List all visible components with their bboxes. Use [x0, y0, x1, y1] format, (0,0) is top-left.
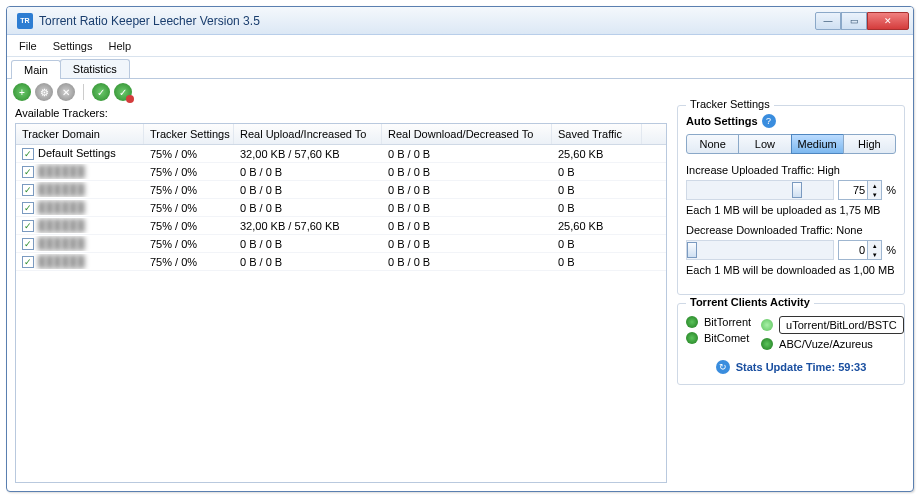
cell-settings: 75% / 0% — [144, 219, 234, 233]
app-window: TR Torrent Ratio Keeper Leecher Version … — [6, 6, 914, 492]
cell-saved: 0 B — [552, 183, 642, 197]
cell-settings: 75% / 0% — [144, 183, 234, 197]
upload-value[interactable] — [839, 181, 867, 199]
table-row[interactable]: ✓██████75% / 0%0 B / 0 B0 B / 0 B0 B — [16, 235, 666, 253]
upload-note: Each 1 MB will be uploaded as 1,75 MB — [686, 204, 896, 216]
help-icon[interactable]: ? — [762, 114, 776, 128]
cell-upload: 0 B / 0 B — [234, 183, 382, 197]
table-row[interactable]: ✓██████75% / 0%0 B / 0 B0 B / 0 B0 B — [16, 163, 666, 181]
minimize-button[interactable]: — — [815, 12, 841, 30]
auto-settings-row: Auto Settings ? — [686, 114, 896, 128]
gear-icon[interactable]: ⚙ — [35, 83, 53, 101]
maximize-button[interactable]: ▭ — [841, 12, 867, 30]
apply-icon[interactable]: ✓ — [92, 83, 110, 101]
menu-settings[interactable]: Settings — [45, 38, 101, 54]
down-arrow-icon[interactable]: ▼ — [867, 250, 881, 259]
download-spinner[interactable]: ▲▼ — [838, 240, 882, 260]
apply-error-icon[interactable]: ✓ — [114, 83, 132, 101]
up-arrow-icon[interactable]: ▲ — [867, 181, 881, 190]
level-segmented: None Low Medium High — [686, 134, 896, 154]
col-upload[interactable]: Real Upload/Increased To — [234, 124, 382, 144]
table-header: Tracker Domain Tracker Settings Real Upl… — [16, 124, 666, 145]
cell-upload: 32,00 KB / 57,60 KB — [234, 147, 382, 161]
upload-slider[interactable] — [686, 180, 834, 200]
cell-settings: 75% / 0% — [144, 255, 234, 269]
level-low[interactable]: Low — [738, 134, 791, 154]
cell-settings: 75% / 0% — [144, 147, 234, 161]
upload-spinner[interactable]: ▲▼ — [838, 180, 882, 200]
upload-label: Increase Uploaded Traffic: High — [686, 164, 896, 176]
cell-upload: 0 B / 0 B — [234, 255, 382, 269]
tab-main[interactable]: Main — [11, 60, 61, 79]
upload-slider-row: ▲▼ % — [686, 180, 896, 200]
down-arrow-icon[interactable]: ▼ — [867, 190, 881, 199]
cell-upload: 0 B / 0 B — [234, 165, 382, 179]
cell-saved: 25,60 KB — [552, 219, 642, 233]
tab-statistics[interactable]: Statistics — [60, 59, 130, 78]
col-download[interactable]: Real Download/Decreased To — [382, 124, 552, 144]
cell-saved: 0 B — [552, 201, 642, 215]
checkbox[interactable]: ✓ — [22, 238, 34, 250]
trackers-label: Available Trackers: — [15, 105, 667, 123]
cell-saved: 0 B — [552, 165, 642, 179]
table-row[interactable]: ✓██████75% / 0%0 B / 0 B0 B / 0 B0 B — [16, 199, 666, 217]
menu-file[interactable]: File — [11, 38, 45, 54]
cell-saved: 0 B — [552, 255, 642, 269]
client-utorrent: uTorrent/BitLord/BSTC — [761, 316, 904, 334]
download-slider-row: ▲▼ % — [686, 240, 896, 260]
level-none[interactable]: None — [686, 134, 739, 154]
checkbox[interactable]: ✓ — [22, 184, 34, 196]
col-domain[interactable]: Tracker Domain — [16, 124, 144, 144]
titlebar: TR Torrent Ratio Keeper Leecher Version … — [7, 7, 913, 35]
client-bitcomet: BitComet — [686, 332, 751, 344]
toolbar-divider — [83, 84, 84, 100]
cell-upload: 0 B / 0 B — [234, 237, 382, 251]
col-saved[interactable]: Saved Traffic — [552, 124, 642, 144]
app-icon: TR — [17, 13, 33, 29]
cell-settings: 75% / 0% — [144, 201, 234, 215]
table-row[interactable]: ✓██████75% / 0%0 B / 0 B0 B / 0 B0 B — [16, 253, 666, 271]
download-value[interactable] — [839, 241, 867, 259]
cell-saved: 0 B — [552, 237, 642, 251]
checkbox[interactable]: ✓ — [22, 256, 34, 268]
cell-download: 0 B / 0 B — [382, 147, 552, 161]
up-arrow-icon[interactable]: ▲ — [867, 241, 881, 250]
add-icon[interactable]: + — [13, 83, 31, 101]
table-row[interactable]: ✓Default Settings75% / 0%32,00 KB / 57,6… — [16, 145, 666, 163]
client-bittorrent: BitTorrent — [686, 316, 751, 328]
cell-saved: 25,60 KB — [552, 147, 642, 161]
download-note: Each 1 MB will be downloaded as 1,00 MB — [686, 264, 896, 276]
status-dot-icon — [686, 332, 698, 344]
cell-download: 0 B / 0 B — [382, 201, 552, 215]
checkbox[interactable]: ✓ — [22, 166, 34, 178]
tracker-settings-group: Tracker Settings Auto Settings ? None Lo… — [677, 105, 905, 295]
clients-group: Torrent Clients Activity BitTorrent BitC… — [677, 303, 905, 385]
tracker-settings-legend: Tracker Settings — [686, 98, 774, 110]
menu-help[interactable]: Help — [100, 38, 139, 54]
cell-domain: Default Settings — [38, 147, 116, 159]
menubar: File Settings Help — [7, 35, 913, 57]
table-row[interactable]: ✓██████75% / 0%32,00 KB / 57,60 KB0 B / … — [16, 217, 666, 235]
refresh-icon[interactable]: ↻ — [716, 360, 730, 374]
cell-upload: 0 B / 0 B — [234, 201, 382, 215]
percent-label: % — [886, 244, 896, 256]
cell-domain: ██████ — [38, 183, 85, 195]
stats-update: ↻ Stats Update Time: 59:33 — [686, 360, 896, 374]
close-button[interactable]: ✕ — [867, 12, 909, 30]
col-settings[interactable]: Tracker Settings — [144, 124, 234, 144]
delete-icon[interactable]: ✕ — [57, 83, 75, 101]
cell-download: 0 B / 0 B — [382, 219, 552, 233]
checkbox[interactable]: ✓ — [22, 148, 34, 160]
cell-settings: 75% / 0% — [144, 237, 234, 251]
trackers-table[interactable]: Tracker Domain Tracker Settings Real Upl… — [15, 123, 667, 483]
status-dot-icon — [761, 319, 773, 331]
cell-settings: 75% / 0% — [144, 165, 234, 179]
level-high[interactable]: High — [843, 134, 896, 154]
table-row[interactable]: ✓██████75% / 0%0 B / 0 B0 B / 0 B0 B — [16, 181, 666, 199]
download-slider[interactable] — [686, 240, 834, 260]
cell-domain: ██████ — [38, 165, 85, 177]
checkbox[interactable]: ✓ — [22, 220, 34, 232]
level-medium[interactable]: Medium — [791, 134, 844, 154]
checkbox[interactable]: ✓ — [22, 202, 34, 214]
status-dot-icon — [686, 316, 698, 328]
